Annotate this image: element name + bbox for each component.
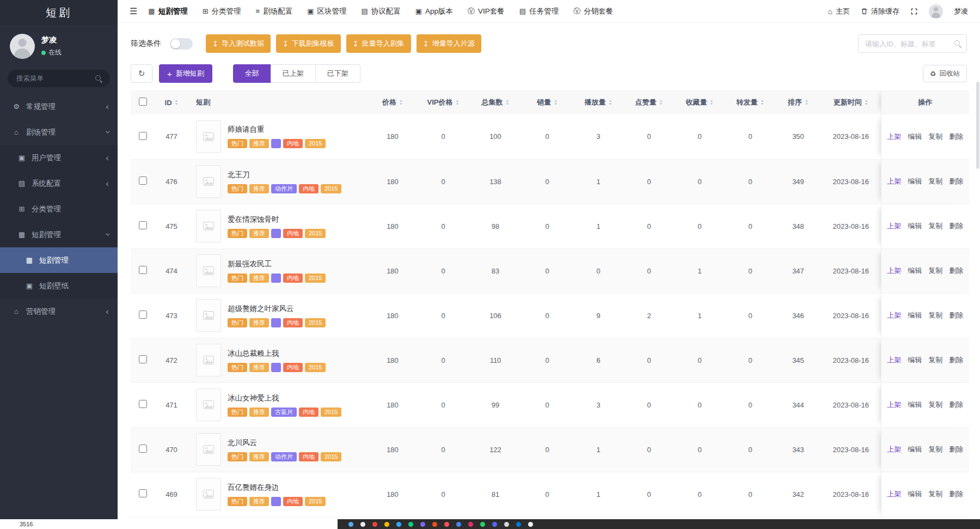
action-publish[interactable]: 上架 (887, 356, 901, 364)
sort-carets[interactable]: ▲▼ (554, 99, 558, 106)
tab-app-version[interactable]: ▣App版本 (415, 0, 453, 22)
taskbar-app-icon[interactable] (348, 522, 353, 527)
navbar-username[interactable]: 梦凌 (954, 7, 968, 16)
menu-toggle-icon[interactable]: ☰ (130, 6, 137, 16)
row-checkbox[interactable] (139, 266, 147, 274)
row-checkbox[interactable] (139, 355, 147, 363)
taskbar-app-icon[interactable] (528, 522, 533, 527)
row-checkbox[interactable] (139, 221, 147, 229)
fullscreen-button[interactable] (910, 8, 918, 15)
action-delete[interactable]: 删除 (949, 400, 963, 409)
row-checkbox[interactable] (139, 132, 147, 140)
row-checkbox[interactable] (139, 311, 147, 319)
sort-carets[interactable]: ▲▼ (710, 99, 714, 106)
taskbar-app-icon[interactable] (384, 522, 389, 527)
action-delete[interactable]: 删除 (949, 311, 963, 319)
sort-carets[interactable]: ▲▼ (805, 99, 808, 106)
taskbar-app-icon[interactable] (492, 522, 497, 527)
sort-carets[interactable]: ▲▼ (761, 99, 764, 106)
sidebar-item-system-config[interactable]: ▤系统配置‹ (0, 171, 118, 196)
action-publish[interactable]: 上架 (887, 222, 901, 230)
filter-tab-on-shelf[interactable]: 已上架 (271, 64, 316, 83)
action-edit[interactable]: 编辑 (908, 311, 922, 319)
home-link[interactable]: ⌂ 主页 (828, 7, 850, 16)
row-checkbox[interactable] (139, 400, 147, 408)
taskbar-app-icon[interactable] (420, 522, 425, 527)
tab-distribution-plans[interactable]: Ⓥ分销套餐 (573, 0, 613, 22)
action-publish[interactable]: 上架 (887, 445, 901, 453)
row-checkbox[interactable] (139, 177, 147, 185)
taskbar-app-icon[interactable] (480, 522, 485, 527)
incremental-import-sources-button[interactable]: ↧增量导入片源 (416, 34, 481, 53)
action-edit[interactable]: 编辑 (908, 266, 922, 275)
action-delete[interactable]: 删除 (949, 490, 963, 498)
taskbar-app-icon[interactable] (516, 522, 521, 527)
tab-category-management[interactable]: ⊞分类管理 (203, 0, 241, 22)
action-publish[interactable]: 上架 (887, 266, 901, 275)
action-edit[interactable]: 编辑 (908, 177, 922, 185)
sidebar-item-regular-management[interactable]: ⚙常规管理‹ (0, 94, 118, 119)
table-search-input[interactable] (858, 34, 967, 53)
import-test-data-button[interactable]: ↧导入测试数据 (206, 34, 271, 53)
tab-drama-management[interactable]: ▦短剧管理 (148, 0, 187, 22)
action-edit[interactable]: 编辑 (908, 490, 922, 498)
action-copy[interactable]: 复制 (928, 266, 942, 275)
column-header-favs[interactable]: 收藏量▲▼ (674, 90, 725, 114)
action-copy[interactable]: 复制 (928, 490, 942, 498)
recycle-bin-button[interactable]: ♻ 回收站 (923, 65, 967, 82)
row-checkbox[interactable] (139, 489, 147, 497)
sort-carets[interactable]: ▲▼ (865, 99, 868, 106)
column-header-id[interactable]: ID▲▼ (155, 90, 188, 114)
taskbar-app-icon[interactable] (408, 522, 413, 527)
action-publish[interactable]: 上架 (887, 132, 901, 141)
action-publish[interactable]: 上架 (887, 490, 901, 498)
sort-carets[interactable]: ▲▼ (175, 99, 179, 106)
sidebar-item-user-management[interactable]: ▣用户管理‹ (0, 145, 118, 171)
column-header-vip[interactable]: VIP价格▲▼ (417, 90, 469, 114)
tab-vip-plans[interactable]: ⓋVIP套餐 (468, 0, 505, 22)
column-header-episodes[interactable]: 总集数▲▼ (469, 90, 522, 114)
column-header-updated[interactable]: 更新时间▲▼ (821, 90, 881, 114)
sort-carets[interactable]: ▲▼ (659, 99, 663, 106)
tab-theater-config[interactable]: ≡剧场配置 (256, 0, 293, 22)
sidebar-item-drama-management-list[interactable]: ▦短剧管理 (0, 247, 118, 273)
row-checkbox[interactable] (139, 445, 147, 453)
sidebar-item-category-management[interactable]: ⊞分类管理 (0, 196, 118, 222)
taskbar-app-icon[interactable] (396, 522, 401, 527)
search-icon[interactable] (954, 40, 961, 47)
clear-cache-link[interactable]: 清除缓存 (861, 7, 899, 16)
tab-agreement-config[interactable]: ▤协议配置 (361, 0, 400, 22)
sort-carets[interactable]: ▲▼ (399, 99, 403, 106)
refresh-button[interactable]: ↻ (131, 64, 152, 83)
action-delete[interactable]: 删除 (949, 177, 963, 185)
taskbar-app-icon[interactable] (444, 522, 449, 527)
user-avatar[interactable] (10, 34, 35, 59)
filter-tab-all[interactable]: 全部 (233, 64, 271, 83)
action-edit[interactable]: 编辑 (908, 132, 922, 141)
taskbar-app-icon[interactable] (504, 522, 509, 527)
action-delete[interactable]: 删除 (949, 266, 963, 275)
action-edit[interactable]: 编辑 (908, 445, 922, 453)
action-copy[interactable]: 复制 (928, 222, 942, 230)
filter-toggle[interactable] (170, 38, 193, 50)
action-publish[interactable]: 上架 (887, 400, 901, 409)
action-delete[interactable]: 删除 (949, 222, 963, 230)
action-copy[interactable]: 复制 (928, 356, 942, 364)
action-publish[interactable]: 上架 (887, 177, 901, 185)
action-edit[interactable]: 编辑 (908, 222, 922, 230)
taskbar-app-icon[interactable] (456, 522, 461, 527)
batch-import-episodes-button[interactable]: ↧批量导入剧集 (346, 34, 411, 53)
action-edit[interactable]: 编辑 (908, 356, 922, 364)
action-copy[interactable]: 复制 (928, 445, 942, 453)
scrollbar-thumb[interactable] (976, 82, 979, 169)
select-all-checkbox[interactable] (139, 98, 147, 106)
action-copy[interactable]: 复制 (928, 132, 942, 141)
sidebar-item-theater-management[interactable]: ⌂剧场管理‹ (0, 119, 118, 145)
sort-carets[interactable]: ▲▼ (506, 99, 510, 106)
column-header-price[interactable]: 价格▲▼ (368, 90, 417, 114)
sort-carets[interactable]: ▲▼ (456, 99, 460, 106)
filter-tab-off-shelf[interactable]: 已下架 (315, 64, 360, 83)
taskbar-app-icon[interactable] (360, 522, 365, 527)
column-header-likes[interactable]: 点赞量▲▼ (624, 90, 674, 114)
user-avatar-small[interactable] (929, 4, 943, 19)
